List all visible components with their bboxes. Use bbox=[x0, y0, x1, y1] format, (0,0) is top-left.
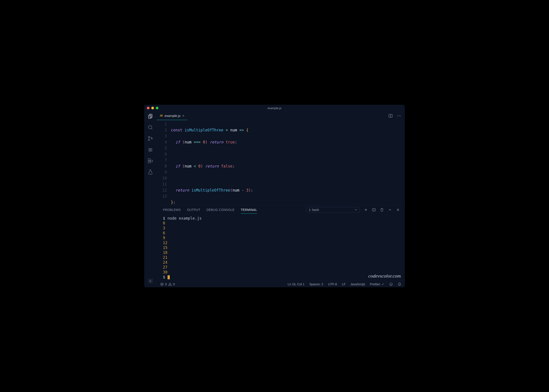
editor-window: example.js bbox=[144, 105, 405, 287]
error-icon bbox=[160, 282, 164, 286]
split-editor-icon[interactable] bbox=[388, 114, 393, 118]
terminal-cursor bbox=[168, 275, 170, 279]
line-number-gutter: 1 2 3 4 5 6 7 8 9 10 11 12 13 bbox=[157, 121, 171, 205]
terminal-output-line: 6 bbox=[163, 231, 400, 235]
code-editor[interactable]: 1 2 3 4 5 6 7 8 9 10 11 12 13 const isMu… bbox=[157, 120, 383, 205]
activity-bar bbox=[144, 111, 157, 287]
close-tab-icon[interactable]: × bbox=[182, 114, 184, 118]
terminal-output-line: 21 bbox=[163, 255, 400, 260]
traffic-lights bbox=[147, 107, 158, 109]
terminal-output-line: 15 bbox=[163, 245, 400, 250]
more-actions-icon[interactable] bbox=[397, 114, 401, 118]
code-content[interactable]: const isMultipleOfThree = num => { if (n… bbox=[171, 121, 383, 205]
maximize-window-button[interactable] bbox=[156, 107, 158, 109]
status-eol[interactable]: LF bbox=[342, 282, 345, 286]
feedback-icon[interactable] bbox=[389, 282, 393, 286]
tab-problems[interactable]: PROBLEMS bbox=[163, 206, 181, 213]
status-spaces[interactable]: Spaces: 2 bbox=[309, 282, 323, 286]
status-encoding[interactable]: UTF-8 bbox=[328, 282, 337, 286]
search-icon[interactable] bbox=[147, 124, 154, 131]
debug-icon[interactable] bbox=[147, 147, 154, 153]
tab-output[interactable]: OUTPUT bbox=[187, 206, 200, 213]
extensions-icon[interactable] bbox=[147, 158, 154, 164]
warning-icon bbox=[168, 282, 172, 286]
terminal-selector[interactable]: 1: bash bbox=[306, 207, 360, 213]
tab-terminal[interactable]: TERMINAL bbox=[241, 206, 257, 214]
minimize-window-button[interactable] bbox=[151, 107, 154, 109]
svg-point-10 bbox=[397, 115, 398, 116]
tab-bar: JS example.js × bbox=[157, 111, 405, 120]
close-window-button[interactable] bbox=[147, 107, 149, 109]
svg-point-11 bbox=[399, 115, 400, 116]
terminal-output-line: 9 bbox=[163, 235, 400, 240]
svg-point-8 bbox=[150, 280, 151, 282]
svg-point-2 bbox=[148, 140, 149, 140]
titlebar: example.js bbox=[144, 105, 405, 111]
window-title: example.js bbox=[267, 106, 282, 110]
terminal-command: node example.js bbox=[168, 216, 202, 221]
tab-example-js[interactable]: JS example.js × bbox=[157, 111, 187, 120]
settings-gear-icon[interactable] bbox=[147, 278, 154, 284]
svg-rect-5 bbox=[148, 159, 150, 161]
terminal-output-line: 3 bbox=[163, 226, 400, 231]
editor-area: 1 2 3 4 5 6 7 8 9 10 11 12 13 const isMu… bbox=[157, 120, 405, 205]
js-file-icon: JS bbox=[160, 114, 163, 117]
minimap[interactable] bbox=[383, 120, 405, 205]
terminal-output-line: 12 bbox=[163, 240, 400, 245]
status-bar: 0 0 Ln 16, Col 1 Spaces: 2 UTF-8 LF Java… bbox=[157, 281, 405, 287]
status-prettier[interactable]: Prettier: ✓ bbox=[370, 282, 384, 286]
terminal-output-line: 27 bbox=[163, 265, 400, 270]
kill-terminal-icon[interactable] bbox=[380, 208, 384, 212]
svg-point-12 bbox=[400, 115, 401, 116]
source-control-icon[interactable] bbox=[147, 135, 154, 142]
svg-point-1 bbox=[148, 137, 149, 138]
terminal-output-line: 0 bbox=[163, 221, 400, 226]
notifications-bell-icon[interactable] bbox=[398, 282, 401, 286]
svg-point-0 bbox=[148, 125, 152, 129]
terminal-output-line: 30 bbox=[163, 270, 400, 275]
terminal-selector-label: 1: bash bbox=[309, 208, 319, 212]
bottom-panel: PROBLEMS OUTPUT DEBUG CONSOLE TERMINAL 1… bbox=[157, 205, 405, 281]
terminal-output-line: 24 bbox=[163, 260, 400, 265]
status-errors[interactable]: 0 0 bbox=[160, 282, 175, 286]
testing-icon[interactable] bbox=[147, 169, 154, 175]
svg-point-15 bbox=[390, 283, 392, 286]
svg-rect-7 bbox=[151, 160, 153, 162]
main-area: JS example.js × 1 2 3 4 5 6 7 8 9 10 11 … bbox=[157, 111, 405, 287]
explorer-icon[interactable] bbox=[147, 113, 154, 119]
tab-bar-actions bbox=[385, 111, 405, 120]
maximize-panel-icon[interactable] bbox=[388, 208, 392, 212]
window-body: JS example.js × 1 2 3 4 5 6 7 8 9 10 11 … bbox=[144, 111, 405, 287]
terminal-output-line: 18 bbox=[163, 250, 400, 255]
tab-filename: example.js bbox=[164, 114, 181, 118]
status-language[interactable]: JavaScript bbox=[351, 282, 365, 286]
svg-rect-6 bbox=[148, 161, 150, 163]
new-terminal-icon[interactable] bbox=[364, 208, 368, 212]
chevron-down-icon bbox=[354, 208, 357, 211]
tab-debug-console[interactable]: DEBUG CONSOLE bbox=[207, 206, 235, 213]
status-line-col[interactable]: Ln 16, Col 1 bbox=[288, 282, 305, 286]
split-terminal-icon[interactable] bbox=[372, 208, 376, 212]
close-panel-icon[interactable] bbox=[396, 208, 400, 212]
terminal[interactable]: $ node example.js 0 3 6 9 12 15 18 21 24… bbox=[157, 215, 405, 281]
panel-actions: 1: bash bbox=[306, 207, 400, 213]
watermark: codevscolor.com bbox=[368, 273, 401, 279]
panel-tabs: PROBLEMS OUTPUT DEBUG CONSOLE TERMINAL 1… bbox=[157, 205, 405, 215]
